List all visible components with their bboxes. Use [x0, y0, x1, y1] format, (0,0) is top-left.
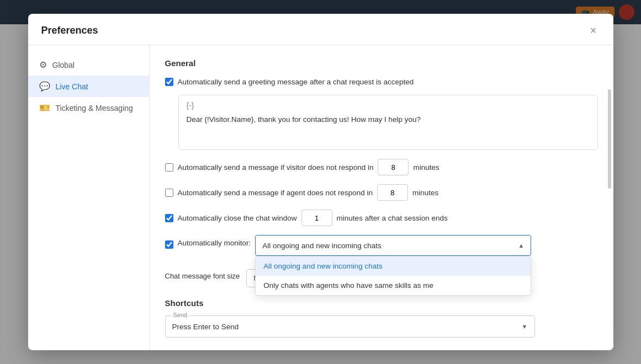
monitor-dropdown-menu: All ongoing and new incoming chats Only … [255, 256, 531, 296]
dialog-header: Preferences × [28, 14, 613, 45]
dialog-body: ⚙ Global 💬 Live Chat 🎫 Ticketing & Messa… [28, 45, 613, 350]
monitor-dropdown[interactable]: All ongoing and new incoming chats ▲ [255, 235, 531, 256]
send-dropdown[interactable]: Send Press Enter to Send ▼ [165, 315, 535, 338]
modal-overlay: Preferences × ⚙ Global 💬 Live Chat 🎫 Tic… [0, 0, 641, 364]
shortcuts-section: Shortcuts Send Press Enter to Send ▼ [165, 298, 598, 338]
send-value: Press Enter to Send [172, 323, 239, 331]
agent-no-respond-checkbox[interactable] [165, 189, 173, 197]
sidebar-item-global[interactable]: ⚙ Global [28, 54, 149, 76]
close-window-row: Automatically close the chat window minu… [165, 210, 598, 226]
chevron-down-icon: ▼ [522, 323, 528, 330]
dialog-title: Preferences [41, 25, 98, 36]
live-chat-icon: 💬 [39, 81, 50, 92]
sidebar-item-live-chat-label: Live Chat [56, 82, 88, 91]
send-dropdown-wrapper: Send Press Enter to Send ▼ [165, 315, 598, 338]
preferences-dialog: Preferences × ⚙ Global 💬 Live Chat 🎫 Tic… [28, 14, 613, 350]
close-window-suffix: minutes after a chat session ends [337, 214, 448, 222]
sidebar-item-ticketing-label: Ticketing & Messaging [56, 104, 133, 113]
close-window-label: Automatically close the chat window [178, 214, 297, 222]
visitor-no-respond-minutes-input[interactable] [378, 159, 409, 175]
send-label: Send [171, 312, 190, 318]
monitor-checkbox[interactable] [165, 240, 173, 249]
scrollbar-thumb[interactable] [608, 89, 611, 189]
ticketing-icon: 🎫 [39, 103, 50, 113]
visitor-no-respond-checkbox[interactable] [165, 163, 173, 172]
greeting-textarea-container: {-} Dear {!Visitor.Name}, thank you for … [178, 95, 598, 150]
chevron-up-icon: ▲ [518, 242, 524, 249]
template-toolbar-icon: {-} [187, 101, 590, 110]
monitor-row: Automatically monitor: All ongoing and n… [165, 235, 598, 256]
monitor-option-all[interactable]: All ongoing and new incoming chats [256, 256, 531, 276]
general-section-title: General [165, 58, 598, 68]
agent-minutes-label: minutes [412, 189, 438, 197]
sidebar-item-live-chat[interactable]: 💬 Live Chat [28, 76, 149, 97]
monitor-label: Automatically monitor: [178, 239, 251, 247]
font-size-label: Chat message font size [165, 272, 240, 280]
agent-no-respond-row: Automatically send a message if agent do… [165, 184, 598, 201]
visitor-no-respond-label: Automatically send a message if visitor … [178, 163, 374, 172]
main-content: General Automatically send a greeting me… [150, 45, 613, 350]
close-window-minutes-input[interactable] [301, 210, 332, 226]
sidebar: ⚙ Global 💬 Live Chat 🎫 Ticketing & Messa… [28, 45, 150, 350]
monitor-dropdown-container: All ongoing and new incoming chats ▲ All… [255, 235, 531, 256]
agent-no-respond-minutes-input[interactable] [377, 184, 408, 201]
greeting-row: Automatically send a greeting message af… [165, 78, 598, 86]
scrollbar-track [608, 89, 611, 350]
greeting-text: Dear {!Visitor.Name}, thank you for cont… [187, 114, 590, 125]
visitor-no-respond-row: Automatically send a message if visitor … [165, 159, 598, 175]
shortcuts-title: Shortcuts [165, 298, 598, 308]
greeting-checkbox[interactable] [165, 78, 173, 86]
global-icon: ⚙ [39, 60, 47, 70]
close-window-checkbox[interactable] [165, 214, 173, 222]
visitor-minutes-label: minutes [413, 163, 439, 172]
greeting-label: Automatically send a greeting message af… [178, 78, 414, 86]
sidebar-item-global-label: Global [52, 61, 75, 69]
agent-no-respond-label: Automatically send a message if agent do… [178, 189, 373, 197]
monitor-option-skills[interactable]: Only chats with agents who have same ski… [256, 276, 531, 295]
sidebar-item-ticketing[interactable]: 🎫 Ticketing & Messaging [28, 97, 149, 119]
monitor-dropdown-value: All ongoing and new incoming chats [262, 242, 381, 250]
close-button[interactable]: × [587, 24, 600, 37]
